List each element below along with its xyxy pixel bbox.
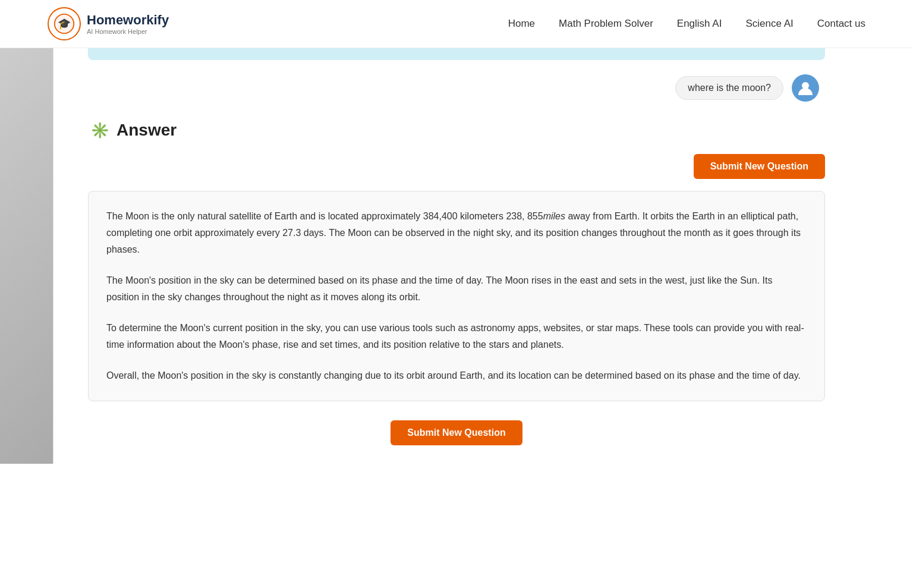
logo-area: 🎓 Homeworkify AI Homework Helper — [48, 7, 169, 40]
logo-icon: 🎓 — [53, 13, 75, 34]
math-value: 238, 855miles — [506, 211, 565, 221]
answer-header: ✳️ Answer — [88, 121, 825, 140]
answer-paragraph-3: To determine the Moon's current position… — [106, 320, 807, 353]
user-question-text: where is the moon? — [688, 83, 771, 93]
answer-box: The Moon is the only natural satellite o… — [88, 191, 825, 401]
sidebar-left — [0, 48, 53, 464]
svg-text:🎓: 🎓 — [58, 17, 71, 30]
submit-new-question-button-top[interactable]: Submit New Question — [694, 154, 825, 179]
header: 🎓 Homeworkify AI Homework Helper Home Ma… — [0, 0, 913, 48]
main-nav: Home Math Problem Solver English AI Scie… — [508, 18, 865, 30]
nav-math[interactable]: Math Problem Solver — [559, 18, 653, 30]
answer-icon: ✳️ — [90, 121, 109, 140]
user-question-row: where is the moon? — [88, 74, 825, 102]
logo-text: Homeworkify AI Homework Helper — [87, 12, 169, 35]
nav-contact[interactable]: Contact us — [817, 18, 865, 30]
site-name: Homeworkify — [87, 12, 169, 28]
site-tagline: AI Homework Helper — [87, 28, 169, 35]
answer-paragraph-4: Overall, the Moon's position in the sky … — [106, 367, 807, 384]
nav-science[interactable]: Science AI — [745, 18, 793, 30]
answer-paragraph-1: The Moon is the only natural satellite o… — [106, 208, 807, 258]
logo-circle: 🎓 — [48, 7, 81, 40]
user-question-bubble: where is the moon? — [675, 76, 783, 100]
user-avatar — [792, 74, 819, 102]
avatar-icon — [796, 79, 814, 97]
nav-english[interactable]: English AI — [677, 18, 722, 30]
answer-paragraph-2: The Moon's position in the sky can be de… — [106, 272, 807, 306]
sidebar-image — [0, 48, 53, 464]
answer-title: Answer — [117, 121, 177, 140]
submit-btn-row-bottom: Submit New Question — [88, 420, 825, 445]
nav-home[interactable]: Home — [508, 18, 535, 30]
submit-btn-row-top: Submit New Question — [88, 154, 825, 179]
submit-new-question-button-bottom[interactable]: Submit New Question — [391, 420, 522, 445]
top-bar — [88, 48, 825, 60]
main-content: where is the moon? ✳️ Answer Submit New … — [64, 48, 849, 445]
